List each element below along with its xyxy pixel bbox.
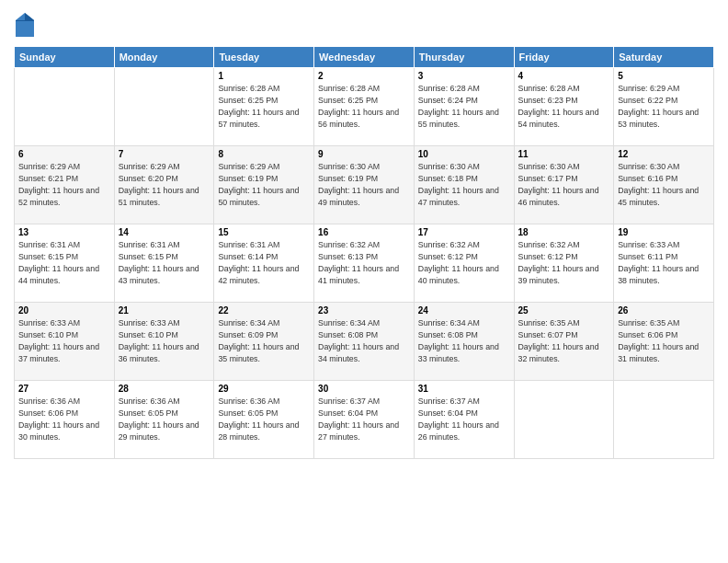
cell-sunrise: Sunrise: 6:28 AMSunset: 6:23 PMDaylight:… xyxy=(518,84,599,129)
cell-sunrise: Sunrise: 6:36 AMSunset: 6:05 PMDaylight:… xyxy=(218,396,299,442)
cell-sunrise: Sunrise: 6:32 AMSunset: 6:12 PMDaylight:… xyxy=(418,240,499,285)
day-number: 3 xyxy=(418,71,510,81)
calendar-cell: 22 Sunrise: 6:34 AMSunset: 6:09 PMDaylig… xyxy=(214,303,314,381)
weekday-row: SundayMondayTuesdayWednesdayThursdayFrid… xyxy=(15,47,714,68)
day-number: 30 xyxy=(318,384,410,394)
day-number: 15 xyxy=(218,227,310,237)
cell-sunrise: Sunrise: 6:30 AMSunset: 6:19 PMDaylight:… xyxy=(318,162,399,207)
cell-sunrise: Sunrise: 6:35 AMSunset: 6:07 PMDaylight:… xyxy=(518,318,599,363)
calendar-cell: 4 Sunrise: 6:28 AMSunset: 6:23 PMDayligh… xyxy=(514,68,614,146)
calendar-cell: 31 Sunrise: 6:37 AMSunset: 6:04 PMDaylig… xyxy=(414,381,514,459)
day-number: 10 xyxy=(418,149,510,159)
calendar-cell: 21 Sunrise: 6:33 AMSunset: 6:10 PMDaylig… xyxy=(114,303,214,381)
header xyxy=(14,9,714,39)
day-number: 28 xyxy=(119,384,210,394)
day-number: 12 xyxy=(618,149,710,159)
cell-sunrise: Sunrise: 6:31 AMSunset: 6:15 PMDaylight:… xyxy=(119,240,199,285)
calendar-cell xyxy=(114,68,214,146)
day-number: 26 xyxy=(618,305,710,316)
calendar-cell: 13 Sunrise: 6:31 AMSunset: 6:15 PMDaylig… xyxy=(15,224,115,303)
day-number: 29 xyxy=(218,384,310,394)
calendar-cell: 1 Sunrise: 6:28 AMSunset: 6:25 PMDayligh… xyxy=(214,68,314,146)
day-number: 16 xyxy=(318,227,410,237)
weekday-header-saturday: Saturday xyxy=(614,47,714,68)
calendar-cell: 27 Sunrise: 6:36 AMSunset: 6:06 PMDaylig… xyxy=(15,381,115,459)
cell-sunrise: Sunrise: 6:29 AMSunset: 6:20 PMDaylight:… xyxy=(119,162,199,207)
day-number: 1 xyxy=(218,71,310,81)
day-number: 25 xyxy=(518,305,610,316)
cell-sunrise: Sunrise: 6:36 AMSunset: 6:05 PMDaylight:… xyxy=(119,396,199,442)
calendar-body: 1 Sunrise: 6:28 AMSunset: 6:25 PMDayligh… xyxy=(15,68,714,459)
day-number: 17 xyxy=(418,227,510,237)
calendar-cell: 5 Sunrise: 6:29 AMSunset: 6:22 PMDayligh… xyxy=(614,68,714,146)
cell-sunrise: Sunrise: 6:34 AMSunset: 6:08 PMDaylight:… xyxy=(418,318,499,363)
calendar-cell xyxy=(514,381,614,459)
calendar-cell: 2 Sunrise: 6:28 AMSunset: 6:25 PMDayligh… xyxy=(314,68,415,146)
logo xyxy=(14,9,40,39)
cell-sunrise: Sunrise: 6:31 AMSunset: 6:14 PMDaylight:… xyxy=(218,240,299,285)
calendar-cell: 24 Sunrise: 6:34 AMSunset: 6:08 PMDaylig… xyxy=(414,303,514,381)
calendar-cell: 17 Sunrise: 6:32 AMSunset: 6:12 PMDaylig… xyxy=(414,224,514,303)
cell-sunrise: Sunrise: 6:34 AMSunset: 6:09 PMDaylight:… xyxy=(218,318,299,363)
cell-sunrise: Sunrise: 6:33 AMSunset: 6:11 PMDaylight:… xyxy=(618,240,699,285)
calendar-week-1: 1 Sunrise: 6:28 AMSunset: 6:25 PMDayligh… xyxy=(15,68,714,146)
weekday-header-monday: Monday xyxy=(114,47,214,68)
calendar-cell: 26 Sunrise: 6:35 AMSunset: 6:06 PMDaylig… xyxy=(614,303,714,381)
calendar-cell: 29 Sunrise: 6:36 AMSunset: 6:05 PMDaylig… xyxy=(214,381,314,459)
day-number: 4 xyxy=(518,71,610,81)
day-number: 13 xyxy=(18,227,110,237)
svg-marker-1 xyxy=(25,13,34,20)
cell-sunrise: Sunrise: 6:28 AMSunset: 6:24 PMDaylight:… xyxy=(418,84,499,129)
day-number: 24 xyxy=(418,305,510,316)
day-number: 23 xyxy=(318,305,410,316)
day-number: 5 xyxy=(618,71,710,81)
calendar-cell: 10 Sunrise: 6:30 AMSunset: 6:18 PMDaylig… xyxy=(414,146,514,224)
calendar-cell: 3 Sunrise: 6:28 AMSunset: 6:24 PMDayligh… xyxy=(414,68,514,146)
cell-sunrise: Sunrise: 6:29 AMSunset: 6:22 PMDaylight:… xyxy=(618,84,699,129)
cell-sunrise: Sunrise: 6:35 AMSunset: 6:06 PMDaylight:… xyxy=(618,318,699,363)
weekday-header-sunday: Sunday xyxy=(15,47,115,68)
logo-icon xyxy=(14,11,36,39)
cell-sunrise: Sunrise: 6:31 AMSunset: 6:15 PMDaylight:… xyxy=(18,240,99,285)
weekday-header-friday: Friday xyxy=(514,47,614,68)
page: SundayMondayTuesdayWednesdayThursdayFrid… xyxy=(0,0,728,563)
day-number: 20 xyxy=(18,305,110,316)
day-number: 19 xyxy=(618,227,710,237)
calendar-cell: 18 Sunrise: 6:32 AMSunset: 6:12 PMDaylig… xyxy=(514,224,614,303)
cell-sunrise: Sunrise: 6:30 AMSunset: 6:16 PMDaylight:… xyxy=(618,162,699,207)
cell-sunrise: Sunrise: 6:32 AMSunset: 6:12 PMDaylight:… xyxy=(518,240,599,285)
day-number: 6 xyxy=(18,149,110,159)
day-number: 27 xyxy=(18,384,110,394)
calendar-cell xyxy=(614,381,714,459)
calendar-week-2: 6 Sunrise: 6:29 AMSunset: 6:21 PMDayligh… xyxy=(15,146,714,224)
calendar-cell: 15 Sunrise: 6:31 AMSunset: 6:14 PMDaylig… xyxy=(214,224,314,303)
calendar-cell xyxy=(15,68,115,146)
calendar-cell: 12 Sunrise: 6:30 AMSunset: 6:16 PMDaylig… xyxy=(614,146,714,224)
weekday-header-tuesday: Tuesday xyxy=(214,47,314,68)
day-number: 31 xyxy=(418,384,510,394)
day-number: 9 xyxy=(318,149,410,159)
calendar-cell: 7 Sunrise: 6:29 AMSunset: 6:20 PMDayligh… xyxy=(114,146,214,224)
day-number: 21 xyxy=(119,305,210,316)
cell-sunrise: Sunrise: 6:30 AMSunset: 6:18 PMDaylight:… xyxy=(418,162,499,207)
cell-sunrise: Sunrise: 6:33 AMSunset: 6:10 PMDaylight:… xyxy=(119,318,199,363)
calendar-cell: 28 Sunrise: 6:36 AMSunset: 6:05 PMDaylig… xyxy=(114,381,214,459)
calendar-cell: 25 Sunrise: 6:35 AMSunset: 6:07 PMDaylig… xyxy=(514,303,614,381)
day-number: 18 xyxy=(518,227,610,237)
cell-sunrise: Sunrise: 6:29 AMSunset: 6:21 PMDaylight:… xyxy=(18,162,99,207)
calendar-cell: 20 Sunrise: 6:33 AMSunset: 6:10 PMDaylig… xyxy=(15,303,115,381)
calendar-week-5: 27 Sunrise: 6:36 AMSunset: 6:06 PMDaylig… xyxy=(15,381,714,459)
cell-sunrise: Sunrise: 6:32 AMSunset: 6:13 PMDaylight:… xyxy=(318,240,399,285)
calendar-week-4: 20 Sunrise: 6:33 AMSunset: 6:10 PMDaylig… xyxy=(15,303,714,381)
calendar-cell: 9 Sunrise: 6:30 AMSunset: 6:19 PMDayligh… xyxy=(314,146,415,224)
calendar-cell: 16 Sunrise: 6:32 AMSunset: 6:13 PMDaylig… xyxy=(314,224,415,303)
day-number: 8 xyxy=(218,149,310,159)
cell-sunrise: Sunrise: 6:36 AMSunset: 6:06 PMDaylight:… xyxy=(18,396,99,442)
calendar-header: SundayMondayTuesdayWednesdayThursdayFrid… xyxy=(15,47,714,68)
calendar-cell: 8 Sunrise: 6:29 AMSunset: 6:19 PMDayligh… xyxy=(214,146,314,224)
calendar-cell: 6 Sunrise: 6:29 AMSunset: 6:21 PMDayligh… xyxy=(15,146,115,224)
day-number: 7 xyxy=(119,149,210,159)
day-number: 22 xyxy=(218,305,310,316)
calendar-week-3: 13 Sunrise: 6:31 AMSunset: 6:15 PMDaylig… xyxy=(15,224,714,303)
calendar-cell: 19 Sunrise: 6:33 AMSunset: 6:11 PMDaylig… xyxy=(614,224,714,303)
